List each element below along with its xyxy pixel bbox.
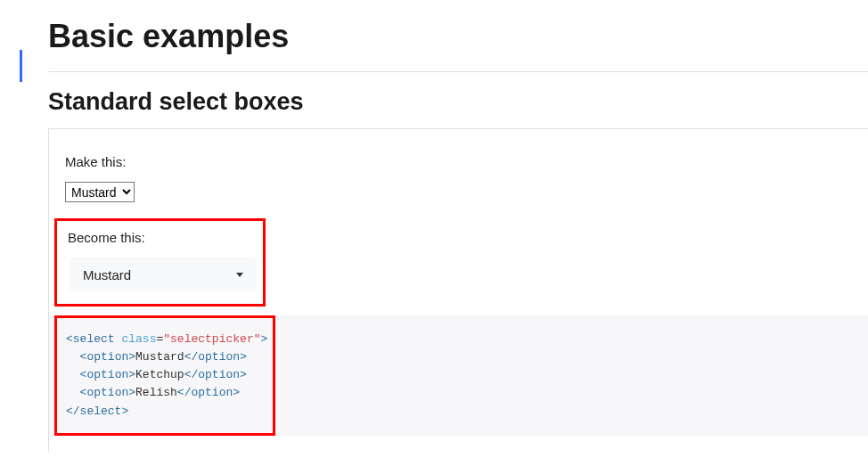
main-content: Basic examples Standard select boxes Mak… bbox=[0, 0, 868, 452]
become-this-label: Become this: bbox=[68, 230, 252, 245]
make-this-label: Make this: bbox=[65, 154, 852, 169]
divider bbox=[48, 71, 868, 72]
left-accent-bar bbox=[20, 50, 22, 82]
code-block: <select class="selectpicker"> <option>Mu… bbox=[66, 331, 264, 421]
page-heading: Basic examples bbox=[48, 18, 868, 55]
native-select[interactable]: Mustard Ketchup Relish bbox=[65, 182, 135, 202]
caret-down-icon bbox=[236, 273, 243, 277]
code-highlight: <select class="selectpicker"> <option>Mu… bbox=[54, 315, 275, 436]
become-this-highlight: Become this: Mustard bbox=[54, 218, 266, 307]
custom-select-value: Mustard bbox=[83, 267, 131, 282]
section-heading: Standard select boxes bbox=[48, 88, 868, 116]
example-container: Make this: Mustard Ketchup Relish Become… bbox=[48, 128, 868, 452]
code-section: <select class="selectpicker"> <option>Mu… bbox=[49, 315, 868, 436]
custom-select[interactable]: Mustard bbox=[70, 258, 257, 291]
